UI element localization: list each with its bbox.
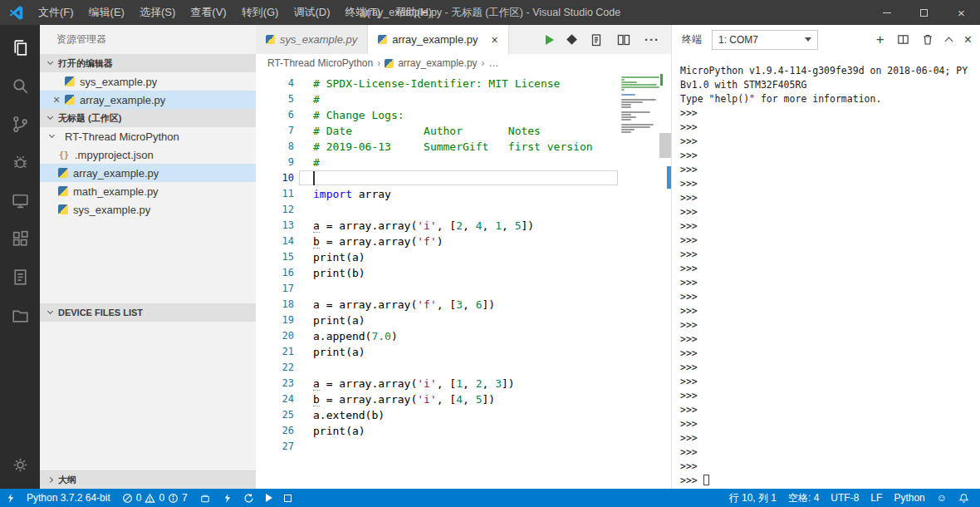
eol-selector[interactable]: LF [865,489,888,507]
activity-source-control[interactable] [0,105,40,143]
close-tab-icon[interactable]: × [492,33,498,47]
close-icon[interactable]: × [51,95,61,105]
breadcrumb-folder[interactable]: RT-Thread MicroPython [267,57,373,69]
python-interpreter[interactable]: Python 3.7.2 64-bit [21,489,116,507]
settings-button[interactable] [0,445,40,484]
code-line-9[interactable]: 9# [256,155,621,170]
code-line-19[interactable]: 19print(a) [256,313,621,328]
tree-file-math-example[interactable]: math_example.py [40,182,256,200]
python-file-icon [65,95,75,105]
problems-indicator[interactable]: 0 0 7 [116,489,194,507]
run-button[interactable] [260,489,278,507]
close-button[interactable]: × [943,0,980,25]
feedback-button[interactable]: ☺ [931,489,953,507]
minimize-button[interactable] [868,0,905,25]
breadcrumb-symbol[interactable]: … [489,57,499,69]
activity-debug[interactable] [0,143,40,181]
kill-terminal-button[interactable] [922,33,933,46]
code-line-21[interactable]: 21print(a) [256,344,621,360]
code-line-6[interactable]: 6# Change Logs: [256,107,621,123]
cursor-position[interactable]: 行 10, 列 1 [723,489,782,507]
section-workspace[interactable]: 无标题 (工作区) [40,109,256,127]
section-open-editors[interactable]: 打开的编辑器 [40,54,256,72]
new-terminal-button[interactable]: + [876,34,884,46]
breadcrumb: RT-Thread MicroPython › array_example.py… [256,54,671,72]
split-editor-button[interactable] [617,33,630,47]
code-line-22[interactable]: 22 [256,360,621,376]
download-program-button[interactable] [566,34,577,45]
menu-item-2[interactable]: 选择(S) [132,0,183,25]
split-terminal-button[interactable] [897,33,909,46]
maximize-panel-button[interactable] [944,37,953,46]
code-editor[interactable]: 4# SPDX-License-Identifier: MIT License5… [256,72,671,489]
terminal-selector[interactable]: 1: COM7 [712,30,818,50]
tree-file-array-example[interactable]: array_example.py [40,164,256,182]
error-icon [122,493,133,504]
code-line-25[interactable]: 25a.extend(b) [256,407,621,423]
board-button[interactable] [194,489,217,507]
code-line-23[interactable]: 23a = array.array('i', [1, 2, 3]) [256,376,621,391]
sync-button[interactable] [238,489,260,507]
tree-folder-rt-thread[interactable]: RT-Thread MicroPython [40,127,256,145]
code-line-26[interactable]: 26print(a) [256,423,621,439]
indentation[interactable]: 空格: 4 [782,489,825,507]
open-editor-sys-example[interactable]: sys_example.py [40,72,256,91]
tab-array-example[interactable]: array_example.py × [368,25,509,54]
overview-ruler-mark [660,74,663,86]
menu-item-0[interactable]: 文件(F) [31,0,81,25]
menu-item-3[interactable]: 查看(V) [183,0,233,25]
code-line-8[interactable]: 8# 2019-06-13 SummerGift first version [256,139,621,155]
section-device-files[interactable]: DEVICE FILES LIST [40,303,256,322]
statusbar-right: 行 10, 列 1 空格: 4 UTF-8 LF Python ☺ [723,489,980,507]
code-line-12[interactable]: 12 [256,202,621,218]
more-actions-button[interactable]: ··· [644,32,659,47]
terminal-output[interactable]: MicroPython v1.9.4-114-g309fe39d on 2018… [672,54,980,489]
sidebar: 资源管理器 打开的编辑器 sys_example.py × array_exam… [40,25,256,489]
notifications-button[interactable] [953,489,975,507]
code-line-24[interactable]: 24b = array.array('i', [4, 5]) [256,391,621,407]
activity-explorer[interactable] [0,28,40,66]
code-line-18[interactable]: 18a = array.array('f', [3, 6]) [256,297,621,313]
maximize-button[interactable] [905,0,943,25]
scrollbar-thumb[interactable] [659,133,671,158]
code-line-11[interactable]: 11import array [256,186,621,202]
code-line-27[interactable]: 27 [256,439,621,455]
open-device-file-button[interactable] [590,33,603,47]
encoding[interactable]: UTF-8 [825,489,865,507]
code-line-5[interactable]: 5# [256,91,621,107]
tree-file-sys-example[interactable]: sys_example.py [40,200,256,219]
code-line-16[interactable]: 16print(b) [256,265,621,281]
menu-item-1[interactable]: 编辑(E) [81,0,132,25]
breadcrumb-file[interactable]: array_example.py [398,57,477,69]
code-line-7[interactable]: 7# Date Author Notes [256,123,621,139]
open-editor-array-example[interactable]: × array_example.py [40,91,256,109]
activity-extensions[interactable] [0,219,40,258]
code-line-10[interactable]: 10 [256,170,621,186]
run-file-button[interactable] [546,35,554,45]
code-line-15[interactable]: 15print(a) [256,249,621,265]
activity-notebook[interactable] [0,258,40,296]
activity-search[interactable] [0,66,40,105]
connection-status[interactable] [0,489,21,507]
code-line-14[interactable]: 14b = array.array('f') [256,234,621,249]
extensions-icon [10,229,31,249]
terminal-title[interactable]: 终端 [682,32,702,47]
editor-scrollbar[interactable] [659,72,671,489]
activity-project-files[interactable] [0,296,40,334]
menu-item-4[interactable]: 转到(G) [234,0,287,25]
menu-item-5[interactable]: 调试(D) [286,0,337,25]
section-outline[interactable]: 大纲 [40,470,256,489]
close-panel-button[interactable]: × [964,34,972,46]
activity-device[interactable] [0,181,40,219]
python-file-icon [65,76,75,86]
download-button[interactable] [217,489,238,507]
code-line-20[interactable]: 20a.append(7.0) [256,328,621,344]
code-line-4[interactable]: 4# SPDX-License-Identifier: MIT License [256,76,621,91]
language-mode[interactable]: Python [888,489,930,507]
tree-file-mpyproject[interactable]: {} .mpyproject.json [40,145,256,164]
minimap[interactable] [621,76,659,136]
code-line-13[interactable]: 13a = array.array('i', [2, 4, 1, 5]) [256,218,621,234]
stop-button[interactable] [278,489,297,507]
code-line-17[interactable]: 17 [256,281,621,297]
tab-sys-example[interactable]: sys_example.py [256,25,368,54]
